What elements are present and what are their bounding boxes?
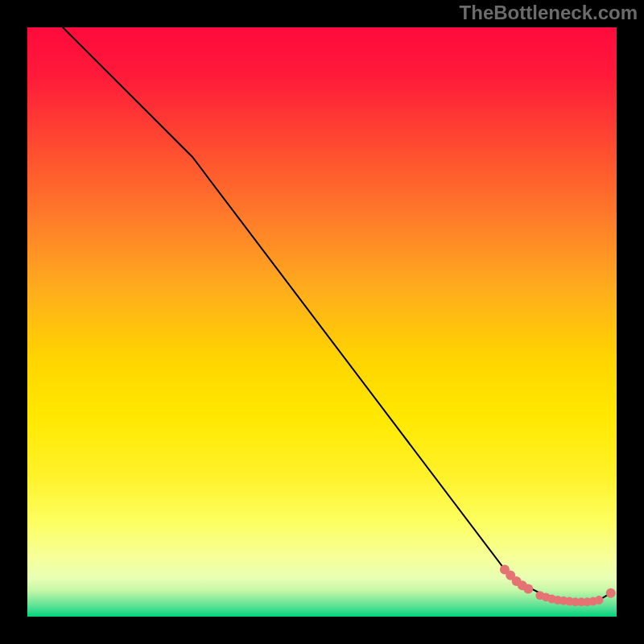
chart-svg xyxy=(0,0,644,644)
watermark-text: TheBottleneck.com xyxy=(460,2,638,24)
chart-container: TheBottleneck.com xyxy=(0,0,644,644)
plot-background xyxy=(27,27,617,617)
data-point xyxy=(606,588,616,598)
data-point xyxy=(595,596,604,605)
data-point xyxy=(523,584,533,594)
